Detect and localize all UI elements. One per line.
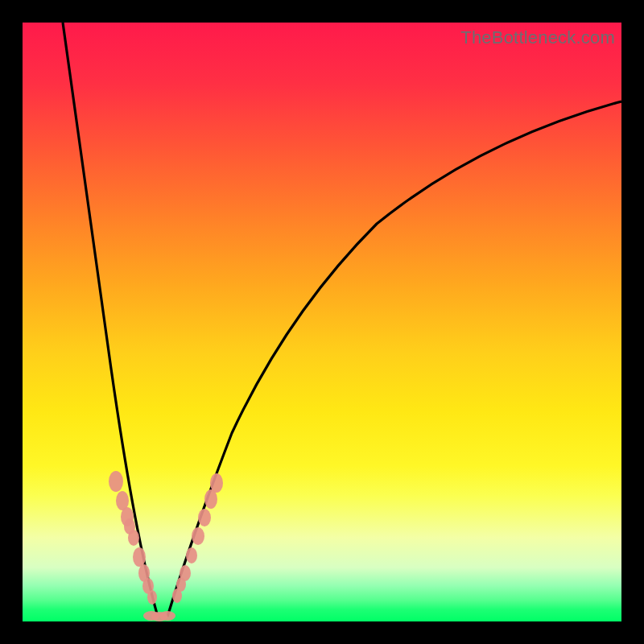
svg-point-16 [210, 473, 223, 493]
bead-cluster-bottom [143, 611, 175, 621]
left-curve [63, 23, 158, 617]
chart-frame: TheBottleneck.com [0, 0, 644, 644]
svg-point-0 [109, 471, 123, 492]
bead-cluster-left [109, 471, 157, 605]
right-curve [167, 101, 621, 617]
svg-point-4 [128, 530, 139, 546]
svg-point-5 [133, 547, 146, 567]
svg-point-12 [186, 547, 197, 564]
plot-area: TheBottleneck.com [23, 23, 621, 621]
svg-point-8 [147, 590, 157, 605]
svg-point-13 [192, 527, 204, 545]
bead-cluster-right [172, 473, 223, 603]
svg-point-11 [180, 565, 191, 581]
svg-point-14 [198, 509, 211, 526]
curves-svg [23, 23, 621, 621]
svg-point-19 [159, 611, 175, 621]
